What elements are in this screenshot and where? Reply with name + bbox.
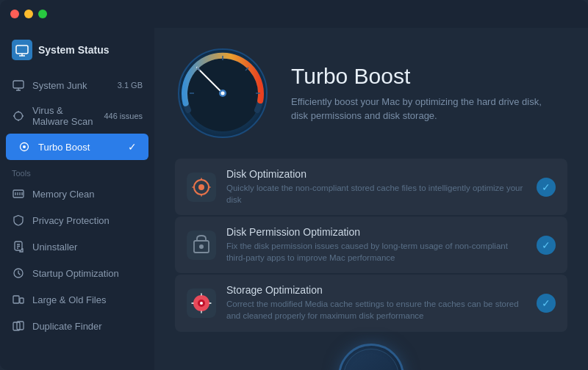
- sidebar-item-memory-clean[interactable]: Memory Clean: [0, 181, 154, 207]
- check-icon-3: ✓: [542, 297, 551, 309]
- storage-optimization-icon: [187, 289, 216, 318]
- storage-optimization-check: ✓: [537, 294, 556, 313]
- maximize-button[interactable]: [38, 10, 47, 18]
- disk-optimization-icon: [187, 173, 216, 202]
- hero-section: Turbo Boost Efficiently boost your Mac b…: [175, 46, 567, 141]
- disk-optimization-check: ✓: [537, 178, 556, 197]
- app-logo: [12, 40, 32, 60]
- large-files-icon: [12, 293, 25, 306]
- svg-point-42: [199, 244, 204, 249]
- system-junk-badge: 3.1 GB: [118, 81, 143, 90]
- disk-permission-icon: [187, 231, 216, 260]
- feature-disk-optimization: Disk Optimization Quickly locate the non…: [175, 159, 567, 215]
- sidebar-title: System Status: [38, 44, 109, 56]
- turbo-boost-label: Turbo Boost: [38, 142, 121, 153]
- main-content: Turbo Boost Efficiently boost your Mac b…: [154, 28, 588, 370]
- uninstaller-icon: [12, 240, 25, 253]
- gauge-container: [175, 46, 270, 141]
- hero-description: Efficiently boost your Mac by optimizing…: [291, 95, 556, 123]
- sidebar-item-privacy-protection[interactable]: Privacy Protection: [0, 207, 154, 233]
- tools-section-label: Tools: [0, 160, 154, 181]
- sidebar-item-uninstaller[interactable]: Uninstaller: [0, 233, 154, 260]
- privacy-protection-label: Privacy Protection: [32, 215, 143, 226]
- uninstaller-label: Uninstaller: [32, 242, 143, 253]
- app-window: System Status System Junk 3.1 GB: [0, 0, 588, 370]
- features-list: Disk Optimization Quickly locate the non…: [175, 159, 567, 332]
- sidebar-item-turbo-boost[interactable]: Turbo Boost ✓: [6, 134, 148, 160]
- check-icon-2: ✓: [542, 239, 551, 251]
- sidebar-item-system-junk[interactable]: System Junk 3.1 GB: [0, 72, 154, 98]
- memory-clean-icon: [12, 187, 25, 200]
- minimize-button[interactable]: [24, 10, 33, 18]
- large-old-files-label: Large & Old Files: [32, 294, 143, 305]
- virus-malware-badge: 446 issues: [104, 112, 143, 120]
- sidebar-item-large-old-files[interactable]: Large & Old Files: [0, 286, 154, 313]
- turbo-boost-check: ✓: [128, 141, 137, 153]
- duplicate-finder-icon: [12, 319, 25, 333]
- traffic-lights: [10, 10, 47, 18]
- disk-permission-title: Disk Permission Optimization: [226, 226, 526, 238]
- check-icon-1: ✓: [542, 181, 551, 193]
- svg-point-6: [15, 112, 23, 120]
- svg-point-12: [23, 145, 26, 148]
- privacy-icon: [12, 214, 25, 227]
- duplicate-finder-label: Duplicate Finder: [32, 321, 143, 332]
- system-junk-icon: [12, 79, 25, 92]
- sidebar-item-duplicate-finder[interactable]: Duplicate Finder: [0, 313, 154, 339]
- disk-permission-desc: Fix the disk permission issues caused by…: [226, 240, 526, 264]
- storage-optimization-title: Storage Optimization: [226, 284, 526, 296]
- sidebar-item-virus-malware[interactable]: Virus & Malware Scan 446 issues: [0, 98, 154, 134]
- disk-permission-check: ✓: [537, 236, 556, 255]
- svg-point-46: [200, 302, 203, 305]
- boost-section: Boost: [175, 332, 567, 370]
- disk-optimization-text: Disk Optimization Quickly locate the non…: [226, 168, 526, 206]
- boost-button[interactable]: Boost: [338, 344, 404, 370]
- turbo-boost-gauge: [175, 46, 270, 141]
- svg-point-39: [198, 184, 204, 190]
- system-junk-label: System Junk: [32, 80, 110, 91]
- hero-text: Turbo Boost Efficiently boost your Mac b…: [291, 64, 567, 123]
- startup-optimization-label: Startup Optimization: [32, 268, 143, 279]
- memory-clean-label: Memory Clean: [32, 189, 143, 200]
- svg-rect-23: [13, 296, 19, 303]
- storage-optimization-desc: Correct the modified Media cache setting…: [226, 298, 526, 322]
- feature-storage-optimization: Storage Optimization Correct the modifie…: [175, 275, 567, 331]
- disk-permission-text: Disk Permission Optimization Fix the dis…: [226, 226, 526, 264]
- virus-malware-label: Virus & Malware Scan: [32, 105, 96, 127]
- svg-point-31: [221, 92, 225, 95]
- title-bar: [0, 0, 588, 28]
- virus-icon: [12, 109, 25, 123]
- hero-title: Turbo Boost: [291, 64, 567, 89]
- feature-disk-permission: Disk Permission Optimization Fix the dis…: [175, 217, 567, 273]
- svg-rect-0: [16, 46, 28, 54]
- disk-optimization-title: Disk Optimization: [226, 168, 526, 180]
- sidebar-item-startup-optimization[interactable]: Startup Optimization: [0, 260, 154, 286]
- sidebar-header: System Status: [0, 34, 154, 72]
- svg-rect-24: [20, 298, 24, 303]
- close-button[interactable]: [10, 10, 19, 18]
- startup-icon: [12, 266, 25, 280]
- sidebar: System Status System Junk 3.1 GB: [0, 28, 154, 370]
- storage-optimization-text: Storage Optimization Correct the modifie…: [226, 284, 526, 322]
- disk-optimization-desc: Quickly locate the non-compliant stored …: [226, 182, 526, 206]
- turbo-boost-icon: [18, 140, 31, 153]
- svg-rect-3: [13, 81, 24, 88]
- main-layout: System Status System Junk 3.1 GB: [0, 28, 588, 370]
